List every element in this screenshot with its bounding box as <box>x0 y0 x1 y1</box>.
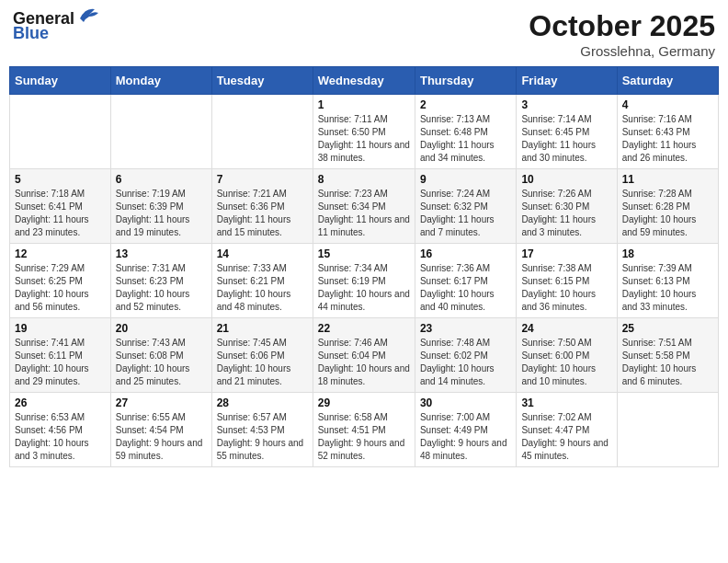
day-number: 18 <box>622 247 713 260</box>
weekday-header-thursday: Thursday <box>415 67 516 95</box>
day-info: Sunrise: 7:48 AMSunset: 6:02 PMDaylight:… <box>420 337 511 388</box>
day-info: Sunrise: 6:58 AMSunset: 4:51 PMDaylight:… <box>318 411 410 463</box>
calendar-cell: 28Sunrise: 6:57 AMSunset: 4:53 PMDayligh… <box>211 393 313 467</box>
calendar-cell: 1Sunrise: 7:11 AMSunset: 6:50 PMDaylight… <box>313 95 415 169</box>
calendar-week-3: 12Sunrise: 7:29 AMSunset: 6:25 PMDayligh… <box>10 244 719 318</box>
calendar-cell: 4Sunrise: 7:16 AMSunset: 6:43 PMDaylight… <box>617 95 718 169</box>
day-number: 1 <box>318 98 410 111</box>
day-info: Sunrise: 6:55 AMSunset: 4:54 PMDaylight:… <box>116 411 207 463</box>
day-info: Sunrise: 7:45 AMSunset: 6:06 PMDaylight:… <box>217 337 308 388</box>
calendar-cell: 15Sunrise: 7:34 AMSunset: 6:19 PMDayligh… <box>313 244 415 318</box>
day-info: Sunrise: 7:43 AMSunset: 6:08 PMDaylight:… <box>116 337 207 388</box>
calendar-cell <box>110 95 211 169</box>
logo: General Blue <box>13 9 102 43</box>
calendar-cell: 30Sunrise: 7:00 AMSunset: 4:49 PMDayligh… <box>415 393 516 467</box>
calendar-cell: 13Sunrise: 7:31 AMSunset: 6:23 PMDayligh… <box>110 244 211 318</box>
calendar-cell: 29Sunrise: 6:58 AMSunset: 4:51 PMDayligh… <box>313 393 415 467</box>
day-number: 6 <box>116 173 207 186</box>
weekday-header-friday: Friday <box>517 67 617 95</box>
day-info: Sunrise: 7:02 AMSunset: 4:47 PMDaylight:… <box>521 411 611 463</box>
day-number: 31 <box>521 396 611 409</box>
calendar-cell <box>10 95 111 169</box>
calendar-cell: 16Sunrise: 7:36 AMSunset: 6:17 PMDayligh… <box>415 244 516 318</box>
day-number: 15 <box>318 247 410 260</box>
day-number: 17 <box>521 247 611 260</box>
weekday-header-monday: Monday <box>110 67 211 95</box>
day-number: 28 <box>217 396 308 409</box>
calendar-cell: 24Sunrise: 7:50 AMSunset: 6:00 PMDayligh… <box>517 318 617 393</box>
day-number: 22 <box>318 322 410 335</box>
day-info: Sunrise: 7:33 AMSunset: 6:21 PMDaylight:… <box>217 262 308 314</box>
day-info: Sunrise: 7:26 AMSunset: 6:30 PMDaylight:… <box>521 188 611 239</box>
calendar-cell: 17Sunrise: 7:38 AMSunset: 6:15 PMDayligh… <box>517 244 617 318</box>
day-number: 27 <box>116 396 207 409</box>
day-info: Sunrise: 6:57 AMSunset: 4:53 PMDaylight:… <box>217 411 308 463</box>
weekday-header-sunday: Sunday <box>10 67 111 95</box>
page-header: General Blue October 2025 Grosslehna, Ge… <box>9 9 719 59</box>
day-number: 29 <box>318 396 410 409</box>
day-number: 21 <box>217 322 308 335</box>
day-info: Sunrise: 6:53 AMSunset: 4:56 PMDaylight:… <box>15 411 106 463</box>
location: Grosslehna, Germany <box>529 43 715 59</box>
calendar-cell: 7Sunrise: 7:21 AMSunset: 6:36 PMDaylight… <box>211 169 313 244</box>
title-section: October 2025 Grosslehna, Germany <box>529 9 715 59</box>
calendar-cell: 11Sunrise: 7:28 AMSunset: 6:28 PMDayligh… <box>617 169 718 244</box>
day-info: Sunrise: 7:28 AMSunset: 6:28 PMDaylight:… <box>622 188 713 239</box>
calendar-table: SundayMondayTuesdayWednesdayThursdayFrid… <box>9 66 719 467</box>
day-number: 12 <box>15 247 106 260</box>
day-info: Sunrise: 7:31 AMSunset: 6:23 PMDaylight:… <box>116 262 207 314</box>
day-info: Sunrise: 7:21 AMSunset: 6:36 PMDaylight:… <box>217 188 308 239</box>
calendar-header-row: SundayMondayTuesdayWednesdayThursdayFrid… <box>10 67 719 95</box>
day-number: 10 <box>521 173 611 186</box>
calendar-cell: 8Sunrise: 7:23 AMSunset: 6:34 PMDaylight… <box>313 169 415 244</box>
day-info: Sunrise: 7:29 AMSunset: 6:25 PMDaylight:… <box>15 262 106 314</box>
calendar-cell: 23Sunrise: 7:48 AMSunset: 6:02 PMDayligh… <box>415 318 516 393</box>
day-number: 16 <box>420 247 511 260</box>
day-number: 11 <box>622 173 713 186</box>
day-number: 14 <box>217 247 308 260</box>
day-number: 8 <box>318 173 410 186</box>
calendar-cell: 19Sunrise: 7:41 AMSunset: 6:11 PMDayligh… <box>10 318 111 393</box>
calendar-cell: 9Sunrise: 7:24 AMSunset: 6:32 PMDaylight… <box>415 169 516 244</box>
day-number: 24 <box>521 322 611 335</box>
day-number: 2 <box>420 98 511 111</box>
day-info: Sunrise: 7:39 AMSunset: 6:13 PMDaylight:… <box>622 262 713 314</box>
day-info: Sunrise: 7:24 AMSunset: 6:32 PMDaylight:… <box>420 188 511 239</box>
day-info: Sunrise: 7:13 AMSunset: 6:48 PMDaylight:… <box>420 113 511 165</box>
calendar-cell: 25Sunrise: 7:51 AMSunset: 5:58 PMDayligh… <box>617 318 718 393</box>
day-info: Sunrise: 7:00 AMSunset: 4:49 PMDaylight:… <box>420 411 511 463</box>
day-number: 5 <box>15 173 106 186</box>
calendar-cell: 6Sunrise: 7:19 AMSunset: 6:39 PMDaylight… <box>110 169 211 244</box>
calendar-week-5: 26Sunrise: 6:53 AMSunset: 4:56 PMDayligh… <box>10 393 719 467</box>
day-number: 23 <box>420 322 511 335</box>
calendar-cell: 18Sunrise: 7:39 AMSunset: 6:13 PMDayligh… <box>617 244 718 318</box>
weekday-header-saturday: Saturday <box>617 67 718 95</box>
calendar-cell <box>211 95 313 169</box>
day-number: 30 <box>420 396 511 409</box>
day-number: 9 <box>420 173 511 186</box>
day-info: Sunrise: 7:18 AMSunset: 6:41 PMDaylight:… <box>15 188 106 239</box>
day-info: Sunrise: 7:50 AMSunset: 6:00 PMDaylight:… <box>521 337 611 388</box>
day-info: Sunrise: 7:36 AMSunset: 6:17 PMDaylight:… <box>420 262 511 314</box>
day-number: 19 <box>15 322 106 335</box>
day-info: Sunrise: 7:41 AMSunset: 6:11 PMDaylight:… <box>15 337 106 388</box>
day-info: Sunrise: 7:14 AMSunset: 6:45 PMDaylight:… <box>521 113 611 165</box>
day-info: Sunrise: 7:23 AMSunset: 6:34 PMDaylight:… <box>318 188 410 239</box>
calendar-cell: 5Sunrise: 7:18 AMSunset: 6:41 PMDaylight… <box>10 169 111 244</box>
day-number: 25 <box>622 322 713 335</box>
calendar-cell: 3Sunrise: 7:14 AMSunset: 6:45 PMDaylight… <box>517 95 617 169</box>
calendar-cell: 12Sunrise: 7:29 AMSunset: 6:25 PMDayligh… <box>10 244 111 318</box>
logo-bird-icon <box>76 6 102 24</box>
day-info: Sunrise: 7:38 AMSunset: 6:15 PMDaylight:… <box>521 262 611 314</box>
calendar-cell <box>617 393 718 467</box>
day-info: Sunrise: 7:11 AMSunset: 6:50 PMDaylight:… <box>318 113 410 165</box>
day-info: Sunrise: 7:46 AMSunset: 6:04 PMDaylight:… <box>318 337 410 388</box>
calendar-week-4: 19Sunrise: 7:41 AMSunset: 6:11 PMDayligh… <box>10 318 719 393</box>
day-info: Sunrise: 7:51 AMSunset: 5:58 PMDaylight:… <box>622 337 713 388</box>
day-info: Sunrise: 7:16 AMSunset: 6:43 PMDaylight:… <box>622 113 713 165</box>
logo-text-blue: Blue <box>13 24 49 43</box>
day-number: 13 <box>116 247 207 260</box>
day-info: Sunrise: 7:34 AMSunset: 6:19 PMDaylight:… <box>318 262 410 314</box>
calendar-cell: 10Sunrise: 7:26 AMSunset: 6:30 PMDayligh… <box>517 169 617 244</box>
calendar-cell: 21Sunrise: 7:45 AMSunset: 6:06 PMDayligh… <box>211 318 313 393</box>
